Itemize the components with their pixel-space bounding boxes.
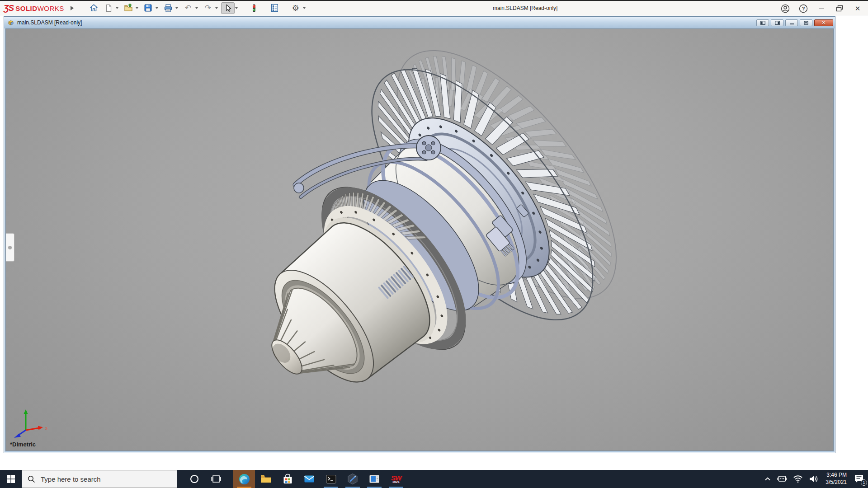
restore-button[interactable] bbox=[834, 3, 845, 14]
minimize-icon bbox=[819, 9, 824, 9]
document-close-icon: ✕ bbox=[821, 20, 826, 26]
system-window-icon bbox=[368, 473, 380, 485]
logo-text-light: WORKS bbox=[38, 5, 64, 12]
taskbar-system-window[interactable] bbox=[363, 470, 385, 488]
redo-dropdown-caret[interactable] bbox=[215, 7, 218, 9]
document-minimize-icon bbox=[790, 23, 794, 24]
help-icon: ? bbox=[798, 4, 808, 14]
select-dropdown-caret[interactable] bbox=[235, 7, 238, 9]
restore-icon bbox=[836, 5, 843, 12]
close-icon: ✕ bbox=[855, 5, 861, 13]
orientation-triad: x bbox=[12, 408, 53, 443]
command-prompt-icon bbox=[326, 474, 337, 485]
search-icon bbox=[28, 475, 35, 483]
document-title: main.SLDASM [Read-only] bbox=[17, 19, 755, 26]
mail-icon bbox=[303, 473, 315, 485]
redo-button[interactable]: ↷ bbox=[201, 2, 215, 14]
solidworks-logo-mark: ƷS bbox=[4, 3, 14, 13]
help-button[interactable]: ? bbox=[797, 3, 809, 14]
open-dropdown-caret[interactable] bbox=[136, 7, 138, 9]
undo-button[interactable]: ↶ bbox=[181, 2, 195, 14]
taskbar-solidworks[interactable]: SW 2021 bbox=[385, 470, 407, 488]
document-titlebar[interactable]: main.SLDASM [Read-only] ✕ bbox=[4, 17, 835, 28]
document-minimize-button[interactable] bbox=[785, 19, 798, 26]
app-window-title: main.SLDASM [Read-only] bbox=[493, 5, 557, 11]
taskbar-store[interactable] bbox=[277, 470, 298, 488]
taskbar-search[interactable]: Type here to search bbox=[22, 470, 177, 488]
open-button[interactable] bbox=[122, 2, 135, 14]
taskbar-file-explorer[interactable] bbox=[255, 470, 277, 488]
system-tray: 3:46 PM 3/5/2021 1 bbox=[764, 470, 865, 488]
task-view-button[interactable] bbox=[205, 470, 227, 488]
pane-right-button[interactable] bbox=[771, 19, 783, 26]
start-button[interactable] bbox=[0, 470, 22, 488]
document-restore-icon bbox=[804, 21, 808, 25]
windows-start-icon bbox=[7, 475, 15, 483]
minimize-button[interactable] bbox=[816, 3, 827, 14]
home-button[interactable] bbox=[87, 2, 101, 14]
redo-icon: ↷ bbox=[205, 3, 211, 13]
taskbar-hexagon-tool[interactable] bbox=[342, 470, 363, 488]
menu-expand-arrow-icon[interactable] bbox=[71, 6, 74, 10]
hexagon-tool-icon bbox=[347, 473, 359, 485]
task-view-icon bbox=[211, 474, 221, 484]
cortana-button[interactable] bbox=[184, 470, 205, 488]
volume-icon[interactable] bbox=[809, 475, 819, 483]
home-icon bbox=[89, 3, 99, 13]
taskbar-mail[interactable] bbox=[298, 470, 320, 488]
triad-x-axis bbox=[38, 426, 43, 430]
new-document-icon bbox=[104, 4, 113, 13]
wifi-icon[interactable] bbox=[793, 475, 803, 483]
options-dropdown-caret[interactable] bbox=[303, 7, 306, 9]
print-dropdown-caret[interactable] bbox=[175, 7, 178, 9]
triad-y-axis bbox=[24, 409, 28, 414]
close-button[interactable]: ✕ bbox=[852, 3, 863, 14]
rebuild-button[interactable] bbox=[247, 2, 261, 14]
stoplight-icon bbox=[250, 4, 259, 13]
select-cursor-icon bbox=[223, 4, 232, 13]
svg-text:?: ? bbox=[802, 6, 805, 11]
select-button[interactable] bbox=[221, 2, 235, 14]
logo-text-bold: SOLID bbox=[15, 5, 37, 12]
taskbar-clock[interactable]: 3:46 PM 3/5/2021 bbox=[826, 472, 847, 486]
search-placeholder: Type here to search bbox=[41, 475, 101, 483]
pane-left-icon bbox=[760, 21, 765, 25]
taskbar-edge[interactable] bbox=[233, 470, 255, 488]
triad-x-label: x bbox=[45, 426, 47, 431]
save-icon bbox=[143, 3, 153, 13]
undo-icon: ↶ bbox=[185, 3, 191, 13]
pane-left-button[interactable] bbox=[756, 19, 769, 26]
cortana-icon bbox=[189, 474, 199, 484]
print-button[interactable] bbox=[161, 2, 175, 14]
account-icon bbox=[780, 4, 790, 14]
taskbar-command-prompt[interactable] bbox=[320, 470, 342, 488]
graphics-viewport[interactable]: x *Dimetric bbox=[5, 28, 834, 451]
action-center-button[interactable]: 1 bbox=[854, 473, 865, 485]
pane-right-icon bbox=[775, 21, 780, 25]
microsoft-store-icon bbox=[282, 474, 293, 485]
app-titlebar: ƷSSOLIDWORKS bbox=[0, 0, 868, 15]
new-dropdown-caret[interactable] bbox=[116, 7, 118, 9]
save-button[interactable] bbox=[142, 2, 155, 14]
feature-tree-collapse-tab[interactable] bbox=[6, 233, 14, 262]
file-explorer-icon bbox=[260, 473, 272, 485]
undo-dropdown-caret[interactable] bbox=[195, 7, 198, 9]
remote-display-icon[interactable] bbox=[777, 474, 787, 483]
display-list-button[interactable] bbox=[268, 2, 282, 14]
tab-grip-dot bbox=[8, 246, 12, 249]
solidworks-taskbar-icon: SW 2021 bbox=[391, 474, 401, 483]
options-button[interactable]: ⚙ bbox=[289, 2, 302, 14]
gear-icon: ⚙ bbox=[292, 4, 299, 12]
clock-date: 3/5/2021 bbox=[826, 479, 847, 486]
save-dropdown-caret[interactable] bbox=[156, 7, 158, 9]
edge-icon bbox=[238, 473, 250, 485]
notification-badge: 1 bbox=[861, 479, 867, 486]
new-document-button[interactable] bbox=[102, 2, 115, 14]
clock-time: 3:46 PM bbox=[826, 472, 847, 479]
document-close-button[interactable]: ✕ bbox=[814, 19, 833, 26]
view-orientation-label: *Dimetric bbox=[10, 441, 36, 448]
engine-3d-model[interactable] bbox=[6, 29, 834, 451]
document-restore-button[interactable] bbox=[800, 19, 812, 26]
hidden-icons-chevron[interactable] bbox=[764, 475, 771, 483]
account-button[interactable] bbox=[779, 3, 791, 14]
